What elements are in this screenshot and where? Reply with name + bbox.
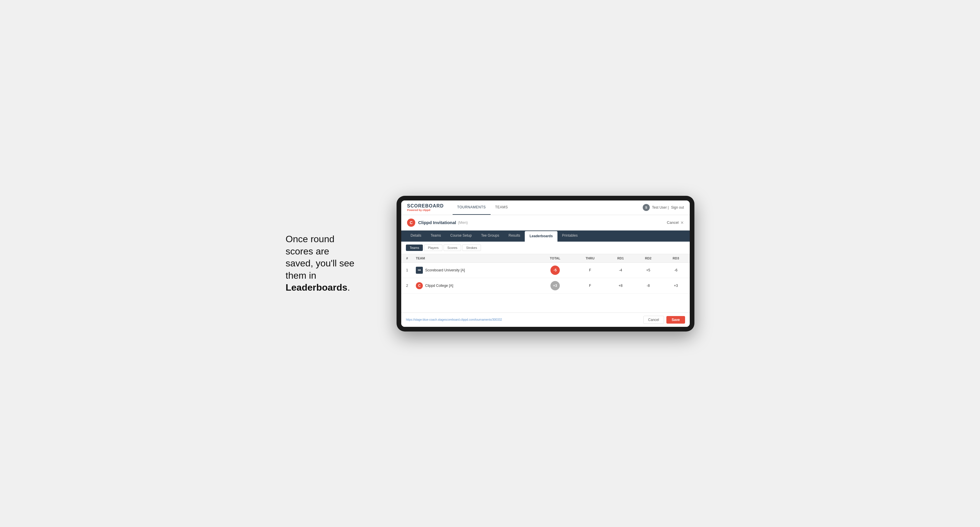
- tab-results[interactable]: Results: [504, 230, 525, 241]
- content-area: # TEAM TOTAL THRU RD1 RD2 RD3 1SBScorebo…: [401, 254, 690, 313]
- tab-details[interactable]: Details: [406, 230, 426, 241]
- nav-teams[interactable]: TEAMS: [491, 200, 513, 215]
- cell-thru: F: [574, 278, 607, 293]
- tournament-name: Clippd Invitational: [418, 220, 456, 225]
- footer-cancel-button[interactable]: Cancel: [643, 316, 664, 324]
- col-header-rd2: RD2: [634, 254, 662, 263]
- logo-area: SCOREBOARD Powered by clippd: [407, 203, 444, 211]
- tournament-gender: (Men): [458, 220, 468, 225]
- footer-bar: https://stage-blue-coach.stagescoreboard…: [401, 313, 690, 327]
- tournament-header: C Clippd Invitational (Men) Cancel ✕: [401, 215, 690, 230]
- cell-rd3: -6: [662, 262, 690, 278]
- col-header-total: TOTAL: [537, 254, 574, 263]
- footer-actions: Cancel Save: [643, 316, 685, 324]
- col-header-thru: THRU: [574, 254, 607, 263]
- cell-rd1: -4: [607, 262, 635, 278]
- nav-tournaments[interactable]: TOURNAMENTS: [453, 200, 491, 215]
- sign-out-link[interactable]: Sign out: [671, 205, 684, 210]
- cell-total: +3: [537, 278, 574, 293]
- tablet-screen: SCOREBOARD Powered by clippd TOURNAMENTS…: [401, 200, 690, 327]
- intro-text: Once round scores are saved, you'll see …: [286, 233, 379, 294]
- cell-rd2: -8: [634, 278, 662, 293]
- tab-leaderboards[interactable]: Leaderboards: [525, 231, 557, 241]
- logo-scoreboard: SCOREBOARD: [407, 203, 444, 209]
- nav-right: S Test User | Sign out: [643, 204, 684, 211]
- footer-url: https://stage-blue-coach.stagescoreboard…: [406, 318, 502, 321]
- team-name: Clippd College [A]: [425, 284, 453, 288]
- cell-rd2: +5: [634, 262, 662, 278]
- col-header-rd1: RD1: [607, 254, 635, 263]
- leaderboard-table: # TEAM TOTAL THRU RD1 RD2 RD3 1SBScorebo…: [401, 254, 690, 294]
- tab-course-setup[interactable]: Course Setup: [445, 230, 476, 241]
- cancel-x-icon: ✕: [680, 220, 684, 225]
- col-header-team: TEAM: [413, 254, 537, 263]
- tournament-cancel-button[interactable]: Cancel ✕: [667, 220, 684, 225]
- col-header-rank: #: [401, 254, 413, 263]
- cell-rank: 2: [401, 278, 413, 293]
- filter-scores-button[interactable]: Scores: [444, 244, 461, 251]
- cell-team: CClippd College [A]: [413, 278, 537, 293]
- user-avatar: S: [643, 204, 650, 211]
- filter-players-button[interactable]: Players: [424, 244, 442, 251]
- cell-team: SBScoreboard University [A]: [413, 262, 537, 278]
- cell-total: -5: [537, 262, 574, 278]
- cell-thru: F: [574, 262, 607, 278]
- tab-teams[interactable]: Teams: [426, 230, 445, 241]
- tablet-frame: SCOREBOARD Powered by clippd TOURNAMENTS…: [396, 196, 694, 332]
- footer-save-button[interactable]: Save: [667, 316, 685, 324]
- cell-rd1: +8: [607, 278, 635, 293]
- logo-powered: Powered by clippd: [407, 209, 444, 211]
- filter-bar: Teams Players Scores Strokes: [401, 241, 690, 254]
- team-name: Scoreboard University [A]: [425, 268, 465, 272]
- nav-links: TOURNAMENTS TEAMS: [453, 200, 643, 215]
- cell-rd3: +3: [662, 278, 690, 293]
- tab-navigation: Details Teams Course Setup Tee Groups Re…: [401, 230, 690, 241]
- filter-strokes-button[interactable]: Strokes: [462, 244, 480, 251]
- user-name: Test User |: [652, 205, 669, 210]
- table-row: 2CClippd College [A]+3F+8-8+3: [401, 278, 690, 293]
- tab-tee-groups[interactable]: Tee Groups: [476, 230, 504, 241]
- filter-teams-button[interactable]: Teams: [406, 244, 423, 251]
- cell-rank: 1: [401, 262, 413, 278]
- col-header-rd3: RD3: [662, 254, 690, 263]
- table-row: 1SBScoreboard University [A]-5F-4+5-6: [401, 262, 690, 278]
- tab-printables[interactable]: Printables: [557, 230, 582, 241]
- top-nav: SCOREBOARD Powered by clippd TOURNAMENTS…: [401, 200, 690, 215]
- tournament-logo: C: [407, 219, 415, 227]
